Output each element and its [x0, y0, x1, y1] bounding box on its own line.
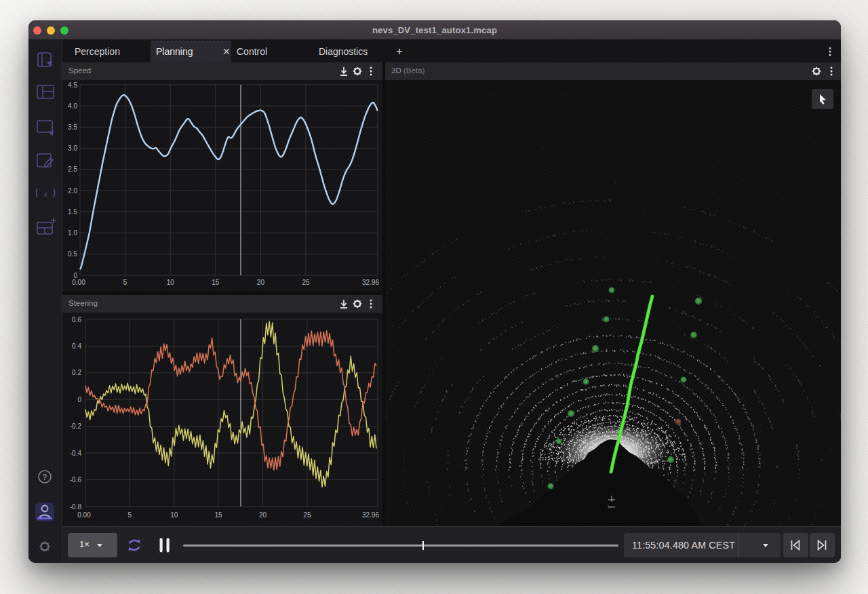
- svg-text:-0.4: -0.4: [70, 450, 82, 457]
- svg-text:20: 20: [257, 279, 265, 286]
- svg-text:20: 20: [259, 511, 267, 519]
- svg-text:0.00: 0.00: [77, 511, 91, 519]
- svg-text:25: 25: [302, 279, 310, 286]
- svg-text:0.2: 0.2: [72, 369, 81, 376]
- svg-text:1.0: 1.0: [68, 229, 77, 237]
- svg-text:32.96: 32.96: [362, 279, 379, 286]
- svg-text:x: x: [43, 190, 47, 198]
- svg-text:25: 25: [303, 511, 311, 519]
- svg-text:base: base: [608, 504, 616, 509]
- svg-text:10: 10: [170, 511, 178, 519]
- svg-text:10: 10: [167, 279, 175, 286]
- svg-text:0: 0: [77, 396, 81, 403]
- svg-text:3.5: 3.5: [68, 123, 77, 131]
- svg-text:?: ?: [42, 473, 47, 482]
- svg-text:0.00: 0.00: [72, 279, 85, 286]
- svg-text:-0.2: -0.2: [70, 422, 82, 430]
- svg-text:4.0: 4.0: [68, 102, 77, 110]
- svg-text:0: 0: [73, 272, 77, 279]
- svg-text:5: 5: [123, 279, 127, 286]
- svg-text:15: 15: [212, 279, 220, 286]
- svg-text:0.6: 0.6: [72, 316, 81, 323]
- svg-text:-0.6: -0.6: [70, 476, 82, 483]
- svg-text:4.5: 4.5: [68, 81, 77, 89]
- svg-text:3.0: 3.0: [68, 144, 77, 152]
- svg-text:1.5: 1.5: [68, 208, 77, 216]
- svg-text:32.96: 32.96: [362, 511, 379, 519]
- svg-text:15: 15: [215, 511, 223, 519]
- svg-text:0.5: 0.5: [68, 250, 77, 258]
- svg-text:5: 5: [128, 511, 132, 519]
- svg-text:0.4: 0.4: [72, 342, 81, 350]
- svg-text:-0.8: -0.8: [70, 503, 82, 511]
- svg-text:2.0: 2.0: [68, 187, 77, 195]
- svg-text:2.5: 2.5: [68, 165, 77, 173]
